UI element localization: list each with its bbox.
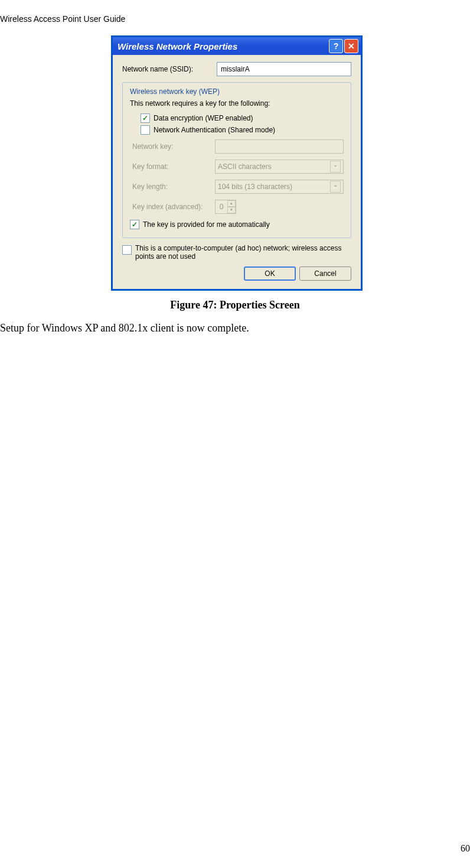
key-length-value: 104 bits (13 characters) [218,183,292,191]
checkbox-adhoc[interactable] [122,245,132,255]
chevron-down-icon: ⌄ [330,161,341,173]
wireless-network-properties-dialog: Wireless Network Properties ? ✕ Network … [111,35,363,291]
help-icon: ? [334,41,339,51]
ssid-label: Network name (SSID): [122,65,217,73]
titlebar: Wireless Network Properties ? ✕ [113,37,361,55]
spinner-down-icon: ▾ [227,207,236,213]
help-button[interactable]: ? [329,39,343,53]
cb-label-network-auth: Network Authentication (Shared mode) [154,126,275,134]
cb-row-adhoc[interactable]: This is a computer-to-computer (ad hoc) … [122,244,351,261]
checkbox-network-auth[interactable] [141,125,150,135]
chevron-down-icon: ⌄ [330,181,341,193]
key-index-spinner: 0 ▴ ▾ [215,200,236,214]
page-number: 60 [461,843,470,854]
body-paragraph: Setup for Windows XP and 802.1x client i… [0,322,470,334]
cb-label-adhoc: This is a computer-to-computer (ad hoc) … [135,244,351,261]
wep-key-group: Wireless network key (WEP) This network … [122,82,351,238]
key-index-value: 0 [216,203,227,211]
checkbox-auto-key[interactable]: ✓ [130,220,139,229]
cb-row-network-auth[interactable]: Network Authentication (Shared mode) [141,125,344,135]
cb-label-data-encryption: Data encryption (WEP enabled) [154,114,253,122]
key-length-select: 104 bits (13 characters) ⌄ [215,180,344,194]
spinner-up-icon: ▴ [227,200,236,207]
key-format-label: Key format: [132,162,215,171]
check-icon: ✓ [132,220,138,229]
cb-row-auto-key[interactable]: ✓ The key is provided for me automatical… [130,220,344,229]
checkbox-data-encryption[interactable]: ✓ [141,113,150,123]
page-header: Wireless Access Point User Guide [0,14,125,24]
cb-row-data-encryption[interactable]: ✓ Data encryption (WEP enabled) [141,113,344,123]
key-format-value: ASCII characters [218,162,272,171]
wep-legend: Wireless network key (WEP) [128,87,222,96]
network-key-label: Network key: [132,142,215,151]
ssid-input[interactable] [217,62,351,76]
key-length-label: Key length: [132,183,215,191]
cb-label-auto-key: The key is provided for me automatically [143,220,270,229]
dialog-title: Wireless Network Properties [117,41,328,51]
figure-caption: Figure 47: Properties Screen [111,299,359,311]
wep-note: This network requires a key for the foll… [130,99,344,108]
cancel-button[interactable]: Cancel [299,266,351,281]
key-index-label: Key index (advanced): [132,203,215,211]
close-icon: ✕ [348,41,355,51]
close-button[interactable]: ✕ [344,39,358,53]
ok-button[interactable]: OK [244,266,296,281]
check-icon: ✓ [142,114,148,122]
network-key-input [215,139,344,154]
key-format-select: ASCII characters ⌄ [215,160,344,174]
